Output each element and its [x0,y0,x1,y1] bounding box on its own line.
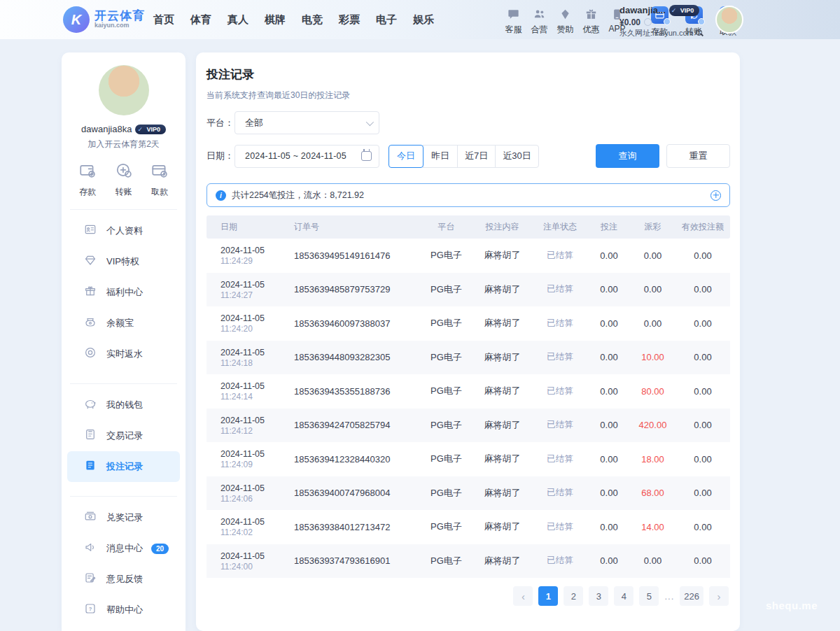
pagination: ‹ 1 2 3 4 5 ... 226 › [206,586,730,606]
table-row: 2024-11-0511:24:09 1853639412328440320 P… [206,442,730,476]
sidebar-item-yuebao[interactable]: 余额宝 [67,308,180,339]
date-label: 日期： [206,150,234,162]
platform-selected-value: 全部 [245,117,263,129]
sidebar-item-messages[interactable]: 消息中心 20 [67,533,180,564]
main-nav: 首页 体育 真人 棋牌 电竞 彩票 电子 娱乐 [153,13,434,27]
sidebar-item-vip[interactable]: VIP特权 [67,246,180,277]
diamond-icon [559,8,572,22]
menu-group-records: 我的钱包 交易记录 投注记录 [62,387,186,485]
table-header-row: 日期 订单号 平台 投注内容 注单状态 投注 派彩 有效投注额 [206,215,730,239]
help-question-icon: ? [84,602,97,618]
people-icon [533,8,546,22]
platform-filter-row: 平台： 全部 [206,111,730,134]
partnership-link[interactable]: 合营 [526,8,552,36]
range-yesterday-button[interactable]: 昨日 [423,145,458,168]
info-icon: i [216,190,226,201]
page-button-last[interactable]: 226 [680,586,704,606]
transfer-action[interactable]: 转账 [115,162,133,198]
platform-label: 平台： [206,117,234,129]
nav-lottery[interactable]: 彩票 [339,13,360,27]
search-icon[interactable] [696,29,703,36]
page-subtitle: 当前系统支持查询最近30日的投注记录 [206,90,730,101]
table-row: 2024-11-0511:24:12 1853639424705825794 P… [206,409,730,443]
reset-button[interactable]: 重置 [666,144,730,168]
vip-badge: ✓VIP0 [135,125,166,134]
prev-page-button[interactable]: ‹ [513,586,533,606]
profile-card: dawanjia8ka ✓VIP0 加入开云体育第2天 存款 转账 取款 [62,65,186,198]
gift-icon [84,285,97,300]
vip-badge: ✓VIP0 [669,5,700,16]
status-badge: 已结算 [532,318,588,329]
quick-range-group: 今日 昨日 近7日 近30日 [388,145,539,168]
permanent-url: 永久网址: kaiyun.com [620,28,694,38]
brand-logo[interactable]: K 开云体育 kaiyun.com [63,6,145,33]
user-info[interactable]: dawanjia... ✓VIP0 ¥0.00 永久网址: kaiyun.com [620,4,714,38]
document-icon [84,428,97,444]
range-today-button[interactable]: 今日 [388,145,424,168]
sidebar-item-prize-records[interactable]: 兑奖记录 [67,502,180,533]
page-button-5[interactable]: 5 [639,586,659,606]
date-filter-row: 日期： 2024-11-05 ~ 2024-11-05 今日 昨日 近7日 近3… [206,144,730,168]
megaphone-icon [84,541,97,556]
calendar-icon [361,151,372,161]
status-badge: 已结算 [532,487,588,499]
divider [70,209,177,210]
feedback-edit-icon [84,572,97,587]
refresh-balance-icon[interactable] [644,18,652,26]
status-badge: 已结算 [532,385,588,397]
brand-name: 开云体育 [94,10,145,22]
avatar[interactable] [715,6,743,34]
sidebar-item-profile[interactable]: 个人资料 [67,215,180,246]
sidebar-item-help[interactable]: ? 帮助中心 [67,595,180,625]
money-pot-icon [84,316,97,331]
topbar: K 开云体育 kaiyun.com 首页 体育 真人 棋牌 电竞 彩票 电子 娱… [0,0,840,39]
query-button[interactable]: 查询 [596,144,659,168]
sidebar-item-betting-records[interactable]: 投注记录 [67,451,180,482]
nav-live[interactable]: 真人 [227,13,248,27]
range-7days-button[interactable]: 近7日 [457,145,496,168]
svg-text:?: ? [89,606,92,612]
betting-records-table: 日期 订单号 平台 投注内容 注单状态 投注 派彩 有效投注额 2024-11-… [206,215,730,578]
join-days-text: 加入开云体育第2天 [62,139,186,150]
nav-esports[interactable]: 电竞 [302,13,323,27]
page-button-2[interactable]: 2 [564,586,583,606]
sidebar-item-wallet[interactable]: 我的钱包 [67,390,180,420]
logo-k-icon: K [63,6,90,33]
avatar[interactable] [99,65,149,115]
piggy-bank-icon [84,397,97,413]
withdraw-action[interactable]: 取款 [150,162,169,198]
more-pages-ellipsis[interactable]: ... [664,591,674,602]
nav-sports[interactable]: 体育 [190,13,211,27]
promo-link[interactable]: 优惠 [578,8,604,36]
next-page-button[interactable]: › [709,586,729,606]
menu-group-account: 个人资料 VIP特权 福利中心 余额宝 实时返水 [62,213,186,372]
page-button-4[interactable]: 4 [614,586,634,606]
table-row: 2024-11-0511:24:06 1853639400747968004 P… [206,476,730,511]
nav-home[interactable]: 首页 [153,13,174,27]
sidebar-item-benefits[interactable]: 福利中心 [67,277,180,308]
nav-chess[interactable]: 棋牌 [265,13,286,27]
status-badge: 已结算 [532,521,588,533]
sponsor-link[interactable]: 赞助 [552,8,578,36]
bet-record-icon [84,459,97,474]
col-header-status: 注单状态 [532,221,588,233]
col-header-platform: 平台 [420,221,472,233]
sidebar-item-feedback[interactable]: 意见反馈 [67,564,180,595]
chevron-down-icon [366,118,374,125]
customer-service-link[interactable]: 客服 [500,8,526,36]
sidebar-item-transactions[interactable]: 交易记录 [67,420,180,451]
nav-slots[interactable]: 电子 [376,13,397,27]
sidebar-item-rebate[interactable]: 实时返水 [67,339,180,369]
date-range-input[interactable]: 2024-11-05 ~ 2024-11-05 [234,145,379,168]
vip-wing-icon: ✓ [671,6,677,15]
status-badge: 已结算 [532,250,588,262]
page-button-3[interactable]: 3 [589,586,608,606]
platform-select[interactable]: 全部 [234,111,379,134]
expand-plus-icon[interactable] [710,190,721,201]
page-button-1[interactable]: 1 [538,586,558,606]
range-30days-button[interactable]: 近30日 [495,145,538,168]
status-badge: 已结算 [532,555,588,567]
summary-text: 共计2254笔投注，流水：8,721.92 [232,190,364,201]
deposit-action[interactable]: 存款 [78,162,97,198]
nav-entertainment[interactable]: 娱乐 [413,13,434,27]
